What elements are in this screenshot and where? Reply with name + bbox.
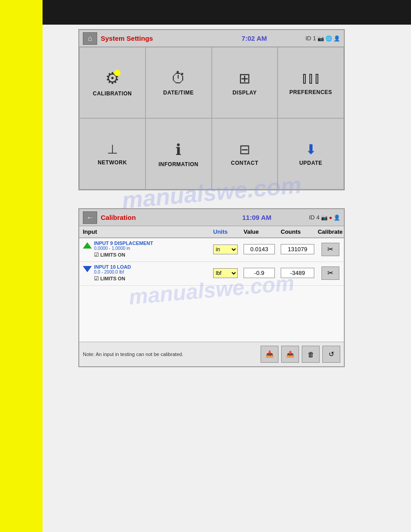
export-button[interactable]: 📤 — [281, 346, 299, 363]
update-icon: ⬇ — [305, 142, 317, 157]
wrench-icon-2: ✂ — [327, 269, 333, 277]
counts-display-1: 131079 — [281, 244, 314, 254]
alert-icon: ● — [329, 215, 332, 221]
person-icon: 👤 — [334, 35, 340, 42]
checkbox-2[interactable]: ☑ — [94, 275, 99, 282]
note-text: Note: An input in testing can not be cal… — [83, 352, 258, 357]
calib-col-1[interactable]: ✂ — [320, 243, 340, 256]
clock-icon: ⏱ — [171, 69, 186, 87]
delete-icon: 🗑 — [308, 351, 314, 358]
screen1-title: System Settings — [101, 34, 203, 42]
col-header-input: Input — [83, 228, 210, 235]
home-icon: ⌂ — [88, 34, 92, 43]
yellow-indicator — [114, 70, 120, 76]
screen1-header: ⌂ System Settings 7:02 AM ID 1 📷 🌐 👤 — [79, 30, 344, 47]
gear-icon: ⚙ — [105, 69, 120, 88]
col-header-counts: Counts — [281, 228, 317, 235]
top-bar — [43, 0, 411, 25]
checkbox-1[interactable]: ☑ — [94, 252, 99, 258]
contact-cell[interactable]: ⊟ CONTACT — [212, 118, 278, 189]
preferences-cell[interactable]: ⫿⫿⫿ PREFERENCES — [278, 47, 344, 118]
contact-icon: ⊟ — [239, 142, 250, 157]
units-select-2[interactable]: lbf kN N — [213, 268, 238, 278]
camera-icon: 📷 — [317, 35, 324, 42]
information-cell[interactable]: ℹ INFORMATION — [146, 118, 212, 189]
delete-button[interactable]: 🗑 — [302, 346, 320, 363]
network-icon: ⊥ — [107, 142, 118, 157]
globe-icon: 🌐 — [325, 35, 332, 42]
screen2-bottom-bar: Note: An input in testing can not be cal… — [79, 342, 344, 366]
input-name-2: INPUT 10 LOAD — [94, 264, 131, 270]
info-icon: ℹ — [176, 141, 181, 159]
information-label: INFORMATION — [158, 161, 198, 167]
calib-col-2[interactable]: ✂ — [320, 266, 340, 280]
input-col-1: INPUT 9 DISPLACEMENT 0.0000 - 1.0000 in … — [83, 240, 210, 258]
datetime-cell[interactable]: ⏱ DATE/TIME — [146, 47, 212, 118]
screen2-time: 11:09 AM — [205, 214, 308, 221]
counts-col-1: 131079 — [281, 244, 317, 254]
value-col-2: -0.9 — [244, 268, 277, 278]
counts-display-2: -3489 — [281, 268, 314, 278]
preferences-label: PREFERENCES — [289, 89, 332, 95]
limits-label-2: LIMITS ON — [100, 276, 125, 281]
input-range-2: 0.0 - 2000.0 lbf — [94, 270, 131, 275]
display-icon: ⊞ — [239, 70, 251, 87]
settings-grid: ⚙ CALIBRATION ⏱ DATE/TIME ⊞ DISPLAY ⫿⫿⫿ … — [79, 47, 344, 189]
input-range-1: 0.0000 - 1.0000 in — [94, 246, 153, 251]
screen1-system-settings: ⌂ System Settings 7:02 AM ID 1 📷 🌐 👤 ⚙ C… — [78, 29, 345, 190]
network-label: NETWORK — [98, 159, 127, 166]
limits-row-2: ☑ LIMITS ON — [94, 275, 131, 282]
calibrate-button-1[interactable]: ✂ — [321, 243, 339, 256]
left-bar — [0, 0, 43, 532]
update-label: UPDATE — [299, 160, 322, 166]
units-select-1[interactable]: in mm cm — [213, 245, 238, 254]
table-row: INPUT 10 LOAD 0.0 - 2000.0 lbf ☑ LIMITS … — [79, 262, 344, 286]
input-name-1: INPUT 9 DISPLACEMENT — [94, 240, 153, 246]
screen2-title: Calibration — [101, 214, 205, 221]
screen2-header: ← Calibration 11:09 AM ID 4 📷 ● 👤 — [79, 209, 344, 226]
contact-label: CONTACT — [231, 160, 258, 166]
col-header-calibrate: Calibrate — [320, 228, 340, 235]
value-col-1: 0.0143 — [244, 244, 277, 254]
col-header-value: Value — [244, 228, 277, 235]
input-info-1: INPUT 9 DISPLACEMENT 0.0000 - 1.0000 in … — [94, 240, 153, 258]
import-icon: 📥 — [265, 350, 274, 358]
restore-button[interactable]: ↺ — [322, 346, 340, 363]
screen1-time: 7:02 AM — [203, 34, 306, 42]
screen2-id-area: ID 4 📷 ● 👤 — [309, 214, 340, 221]
input-info-2: INPUT 10 LOAD 0.0 - 2000.0 lbf ☑ LIMITS … — [94, 264, 131, 282]
calibration-label: CALIBRATION — [93, 90, 132, 97]
input-col-2: INPUT 10 LOAD 0.0 - 2000.0 lbf ☑ LIMITS … — [83, 264, 210, 282]
screen2-calibration: ← Calibration 11:09 AM ID 4 📷 ● 👤 Input … — [78, 208, 345, 367]
home-button[interactable]: ⌂ — [83, 32, 97, 45]
wrench-icon-1: ✂ — [327, 245, 333, 253]
display-label: DISPLAY — [232, 90, 257, 96]
value-display-2: -0.9 — [244, 268, 275, 278]
datetime-label: DATE/TIME — [163, 90, 193, 96]
col-header-units: Units — [213, 228, 240, 235]
back-button[interactable]: ← — [83, 211, 97, 224]
network-cell[interactable]: ⊥ NETWORK — [79, 118, 146, 189]
export-icon: 📤 — [286, 350, 295, 358]
blue-indicator — [83, 266, 92, 272]
limits-label-1: LIMITS ON — [100, 252, 125, 257]
import-button[interactable]: 📥 — [261, 346, 278, 363]
restore-icon: ↺ — [329, 350, 334, 358]
counts-col-2: -3489 — [281, 268, 317, 278]
calibrate-button-2[interactable]: ✂ — [321, 266, 339, 280]
camera-icon2: 📷 — [321, 215, 328, 221]
units-col-2[interactable]: lbf kN N — [213, 268, 240, 278]
update-cell[interactable]: ⬇ UPDATE — [278, 118, 344, 189]
screen1-id: ID 1 📷 🌐 👤 — [305, 35, 340, 42]
prefs-icon: ⫿⫿⫿ — [301, 70, 320, 86]
display-cell[interactable]: ⊞ DISPLAY — [212, 47, 278, 118]
person-icon2: 👤 — [334, 215, 340, 221]
table-header: Input Units Value Counts Calibrate — [79, 226, 344, 238]
limits-row-1: ☑ LIMITS ON — [94, 252, 153, 258]
calibration-cell[interactable]: ⚙ CALIBRATION — [79, 47, 146, 118]
back-icon: ← — [86, 214, 94, 222]
table-row: INPUT 9 DISPLACEMENT 0.0000 - 1.0000 in … — [79, 238, 344, 262]
value-display-1: 0.0143 — [244, 244, 275, 254]
green-indicator — [83, 242, 92, 249]
units-col-1[interactable]: in mm cm — [213, 245, 240, 254]
